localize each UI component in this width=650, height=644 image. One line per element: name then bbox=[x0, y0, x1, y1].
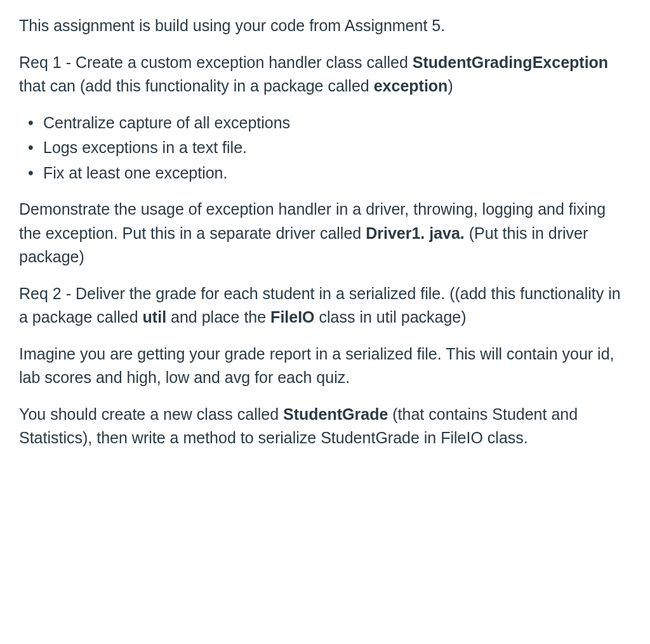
req2-text-post: class in util package) bbox=[315, 308, 467, 326]
imagine-paragraph: Imagine you are getting your grade repor… bbox=[19, 342, 631, 390]
req2-bold-fileio: FileIO bbox=[270, 308, 314, 326]
req1-bold-exception-class: StudentGradingException bbox=[413, 53, 608, 71]
req2-paragraph: Req 2 - Deliver the grade for each stude… bbox=[19, 282, 631, 330]
req1-paragraph: Req 1 - Create a custom exception handle… bbox=[19, 51, 631, 98]
create-bold-studentgrade: StudentGrade bbox=[283, 405, 388, 423]
req1-bullet-list: Centralize capture of all exceptions Log… bbox=[19, 111, 631, 185]
req1-text-post: ) bbox=[448, 77, 453, 95]
list-item: Centralize capture of all exceptions bbox=[24, 111, 631, 135]
req1-bold-package: exception bbox=[374, 77, 448, 95]
req2-text-mid: and place the bbox=[166, 308, 270, 326]
demo-paragraph: Demonstrate the usage of exception handl… bbox=[19, 198, 631, 269]
create-class-paragraph: You should create a new class called Stu… bbox=[19, 403, 631, 450]
intro-paragraph: This assignment is build using your code… bbox=[19, 14, 631, 38]
list-item: Fix at least one exception. bbox=[24, 161, 631, 185]
demo-bold-driver: Driver1. java. bbox=[366, 224, 465, 242]
req1-text-pre: Req 1 - Create a custom exception handle… bbox=[19, 53, 413, 71]
create-text-pre: You should create a new class called bbox=[19, 405, 283, 423]
list-item: Logs exceptions in a text file. bbox=[24, 136, 631, 160]
req2-bold-util: util bbox=[143, 308, 167, 326]
req1-text-mid: that can (add this functionality in a pa… bbox=[19, 77, 374, 95]
